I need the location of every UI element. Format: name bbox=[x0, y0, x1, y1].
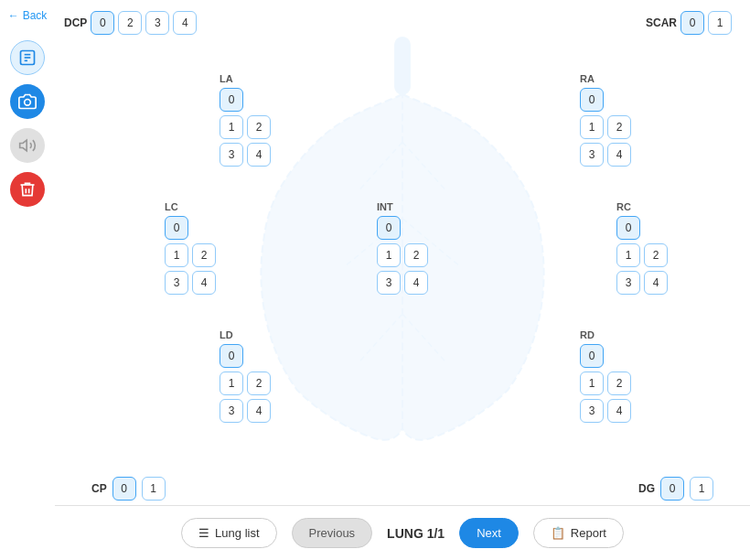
ld-btn-4[interactable]: 4 bbox=[247, 399, 271, 423]
camera-icon-button[interactable] bbox=[10, 84, 45, 119]
la-section: LA 0 1 2 3 4 bbox=[220, 73, 271, 167]
lc-btn-0[interactable]: 0 bbox=[165, 216, 188, 240]
ld-label: LD bbox=[220, 329, 271, 340]
scar-btn-1[interactable]: 1 bbox=[708, 11, 732, 35]
int-section: INT 0 1 2 3 4 bbox=[377, 201, 428, 295]
dcp-label: DCP bbox=[64, 16, 87, 29]
int-btn-0[interactable]: 0 bbox=[377, 216, 401, 240]
dcp-btn-0[interactable]: 0 bbox=[91, 11, 114, 35]
bottom-labels: CP 0 1 DG 0 1 bbox=[55, 477, 750, 501]
ra-btn-1[interactable]: 1 bbox=[580, 115, 604, 139]
cp-btn-1[interactable]: 1 bbox=[142, 477, 166, 501]
int-label: INT bbox=[377, 201, 428, 212]
ra-btn-3[interactable]: 3 bbox=[580, 143, 604, 167]
ra-section: RA 0 1 2 3 4 bbox=[580, 73, 631, 167]
rc-label: RC bbox=[616, 201, 668, 212]
rd-btn-3[interactable]: 3 bbox=[580, 399, 604, 423]
lc-section: LC 0 1 2 3 4 bbox=[165, 201, 216, 295]
rc-section: RC 0 1 2 3 4 bbox=[616, 201, 668, 295]
lc-btn-1[interactable]: 1 bbox=[165, 243, 188, 267]
rc-btn-2[interactable]: 2 bbox=[644, 243, 668, 267]
rc-btn-1[interactable]: 1 bbox=[616, 243, 640, 267]
scar-btn-0[interactable]: 0 bbox=[680, 11, 704, 35]
int-btn-1[interactable]: 1 bbox=[377, 243, 401, 267]
dg-btn-1[interactable]: 1 bbox=[690, 477, 713, 501]
dcp-group: DCP 0 2 3 4 bbox=[64, 11, 197, 35]
la-btn-0[interactable]: 0 bbox=[220, 88, 243, 112]
rd-btn-4[interactable]: 4 bbox=[607, 399, 631, 423]
dcp-btn-3[interactable]: 3 bbox=[145, 11, 169, 35]
svg-point-4 bbox=[25, 100, 31, 106]
back-arrow-icon: ← bbox=[8, 9, 19, 22]
rd-btn-0[interactable]: 0 bbox=[580, 344, 604, 368]
back-button[interactable]: ← Back bbox=[8, 9, 48, 22]
rc-btn-0[interactable]: 0 bbox=[616, 216, 640, 240]
lc-btn-3[interactable]: 3 bbox=[165, 271, 188, 295]
int-btn-2[interactable]: 2 bbox=[404, 243, 428, 267]
la-btn-1[interactable]: 1 bbox=[220, 115, 243, 139]
sidebar: ← Back bbox=[0, 0, 55, 560]
ra-label: RA bbox=[580, 73, 631, 84]
edit-icon-button[interactable] bbox=[10, 40, 45, 75]
rd-btn-1[interactable]: 1 bbox=[580, 372, 604, 395]
scar-group: SCAR 0 1 bbox=[646, 11, 732, 35]
dg-btn-0[interactable]: 0 bbox=[660, 477, 684, 501]
page-indicator: LUNG 1/1 bbox=[387, 526, 445, 541]
cp-group: CP 0 1 bbox=[91, 477, 166, 501]
rd-btn-2[interactable]: 2 bbox=[607, 372, 631, 395]
rc-btn-3[interactable]: 3 bbox=[616, 271, 640, 295]
report-label: Report bbox=[571, 526, 606, 540]
cp-btn-0[interactable]: 0 bbox=[112, 477, 136, 501]
lc-btn-4[interactable]: 4 bbox=[192, 271, 216, 295]
lung-list-icon: ☰ bbox=[198, 526, 209, 540]
dg-label: DG bbox=[638, 482, 655, 495]
ra-btn-4[interactable]: 4 bbox=[607, 143, 631, 167]
la-btn-2[interactable]: 2 bbox=[247, 115, 271, 139]
dg-group: DG 0 1 bbox=[638, 477, 713, 501]
rd-section: RD 0 1 2 3 4 bbox=[580, 329, 631, 423]
previous-button[interactable]: Previous bbox=[292, 518, 373, 548]
bottom-nav: ☰ Lung list Previous LUNG 1/1 Next 📋 Rep… bbox=[55, 505, 750, 560]
back-label: Back bbox=[23, 9, 48, 22]
ld-btn-3[interactable]: 3 bbox=[220, 399, 243, 423]
report-button[interactable]: 📋 Report bbox=[533, 518, 624, 548]
dcp-btn-2[interactable]: 2 bbox=[118, 11, 142, 35]
ld-section: LD 0 1 2 3 4 bbox=[220, 329, 271, 423]
next-label: Next bbox=[477, 526, 501, 540]
lc-label: LC bbox=[165, 201, 216, 212]
main-content: DCP 0 2 3 4 SCAR 0 1 LA 0 1 2 3 4 RA bbox=[55, 0, 750, 560]
next-button[interactable]: Next bbox=[459, 518, 519, 548]
audio-icon-button[interactable] bbox=[10, 128, 45, 163]
la-label: LA bbox=[220, 73, 271, 84]
rc-btn-4[interactable]: 4 bbox=[644, 271, 668, 295]
ld-btn-0[interactable]: 0 bbox=[220, 344, 243, 368]
ra-btn-0[interactable]: 0 bbox=[580, 88, 604, 112]
svg-rect-6 bbox=[395, 37, 411, 94]
delete-icon-button[interactable] bbox=[10, 172, 45, 207]
dcp-btn-4[interactable]: 4 bbox=[173, 11, 197, 35]
previous-label: Previous bbox=[309, 526, 356, 540]
int-btn-4[interactable]: 4 bbox=[404, 271, 428, 295]
ld-btn-1[interactable]: 1 bbox=[220, 372, 243, 395]
int-btn-3[interactable]: 3 bbox=[377, 271, 401, 295]
svg-marker-5 bbox=[20, 140, 27, 151]
lung-list-label: Lung list bbox=[215, 526, 259, 540]
ld-btn-2[interactable]: 2 bbox=[247, 372, 271, 395]
lc-btn-2[interactable]: 2 bbox=[192, 243, 216, 267]
scar-label: SCAR bbox=[646, 16, 677, 29]
lung-list-button[interactable]: ☰ Lung list bbox=[181, 518, 276, 548]
ra-btn-2[interactable]: 2 bbox=[607, 115, 631, 139]
rd-label: RD bbox=[580, 329, 631, 340]
report-icon: 📋 bbox=[551, 526, 565, 540]
la-btn-3[interactable]: 3 bbox=[220, 143, 243, 167]
la-btn-4[interactable]: 4 bbox=[247, 143, 271, 167]
cp-label: CP bbox=[91, 482, 107, 495]
